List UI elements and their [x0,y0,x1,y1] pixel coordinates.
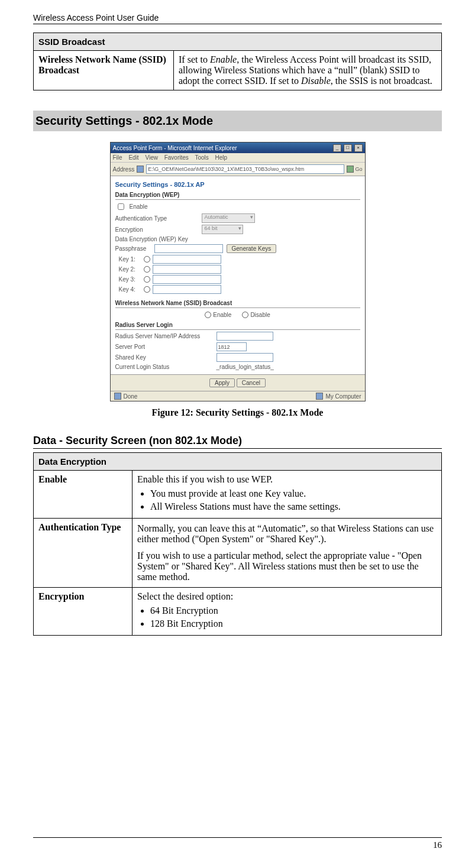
key2-input [153,265,221,274]
menu-edit: Edit [128,154,138,161]
menubar: File Edit View Favorites Tools Help [111,153,365,163]
ie-window: Access Point Form - Microsoft Internet E… [110,142,366,401]
address-label: Address [113,166,135,173]
login-status-label: Current Login Status [115,364,213,370]
auth-type-select: Automatic [202,213,255,223]
group-data-encryption: Data Encryption (WEP) [115,192,360,200]
menu-favorites: Favorites [164,154,189,161]
table1-row-label: Wireless Network Name (SSID) Broadcast [34,51,174,90]
login-status-value: _radius_login_status_ [217,364,274,370]
menu-help: Help [215,154,228,161]
key2-label: Key 2: [119,266,141,273]
figure-caption: Figure 12: Security Settings - 802.1x Mo… [33,407,442,418]
data-encryption-table: Data Encryption Enable Enable this if yo… [33,452,442,636]
auth-row-label: Authentication Type [34,519,133,588]
server-port-input [217,342,247,351]
running-header: Wireless Access Point User Guide [33,13,442,24]
table1-header: SSID Broadcast [34,33,442,51]
ssid-broadcast-table: SSID Broadcast Wireless Network Name (SS… [33,33,442,90]
key1-input [153,255,221,264]
ssid-enable-option: Enable [205,312,231,318]
radius-server-name-label: Radius Server Name/IP Address [115,333,213,339]
enable-label: Enable [130,203,148,210]
table-row: Wireless Network Name (SSID) Broadcast I… [34,51,442,90]
shared-key-label: Shared Key [115,354,213,361]
enc-row-label: Encryption [34,588,133,636]
address-input [146,164,344,174]
key2-radio [144,266,150,273]
key4-radio [144,286,150,293]
window-title-text: Access Point Form - Microsoft Internet E… [113,145,237,151]
data-security-heading: Data - Security Screen (non 802.1x Mode) [33,435,442,449]
go-button: Go [347,166,362,173]
key4-input [153,285,221,294]
page-icon [137,166,144,173]
group-ssid-broadcast: Wireless Network Name (SSID) Broadcast [115,300,360,308]
security-settings-heading: Security Settings - 802.1x Mode [33,111,442,131]
key3-label: Key 3: [119,276,141,283]
key3-input [153,275,221,284]
list-item: 128 Bit Encryption [150,618,437,629]
menu-file: File [113,154,122,161]
window-titlebar: Access Point Form - Microsoft Internet E… [111,142,365,153]
wep-key-label: Data Encryption (WEP) Key [115,236,188,242]
menu-tools: Tools [195,154,208,161]
go-icon [347,166,354,173]
list-item: You must provide at least one Key value. [150,488,437,499]
table-row: Authentication Type Normally, you can le… [34,519,442,588]
group-radius-login: Radius Server Login [115,322,360,330]
encryption-select: 64 bit [202,225,243,234]
radio-icon [242,312,248,318]
table1-row-desc: If set to Enable, the Wireless Access Po… [174,51,442,90]
minimize-icon: _ [333,144,341,152]
key1-radio [144,256,150,263]
close-icon: × [354,144,363,152]
shared-key-input [217,353,273,362]
table-row: Encryption Select the desired option: 64… [34,588,442,636]
enable-row-label: Enable [34,471,133,519]
auth-type-label: Authentication Type [115,215,198,222]
menu-view: View [145,154,158,161]
enable-checkbox [118,203,124,210]
list-item: 64 Bit Encryption [150,605,437,616]
done-icon [114,393,121,400]
server-port-label: Server Port [115,344,213,350]
enc-row-desc: Select the desired option: 64 Bit Encryp… [133,588,442,636]
radius-server-name-input [217,332,273,341]
key1-label: Key 1: [119,256,141,263]
cancel-button: Cancel [237,378,266,387]
status-done: Done [124,393,138,400]
enable-row-desc: Enable this if you wish to use WEP. You … [133,471,442,519]
page-footer: 16 [33,837,442,850]
key3-radio [144,276,150,283]
key4-label: Key 4: [119,286,141,293]
passphrase-label: Passphrase [115,245,151,252]
generate-keys-button: Generate Keys [227,244,277,253]
zone-icon [316,393,323,400]
auth-row-desc: Normally, you can leave this at “Automat… [133,519,442,588]
table2-header: Data Encryption [34,453,442,471]
page-number: 16 [433,840,442,850]
encryption-label: Encryption [115,226,198,233]
passphrase-input [154,244,223,253]
radio-icon [205,312,211,318]
screenshot-figure: Access Point Form - Microsoft Internet E… [33,142,442,401]
apply-button: Apply [209,378,235,387]
list-item: All Wireless Stations must have the same… [150,501,437,512]
form-title: Security Settings - 802.1x AP [115,181,360,188]
status-zone: My Computer [325,393,361,400]
ssid-disable-option: Disable [242,312,270,318]
maximize-icon: □ [344,144,352,152]
table-row: Enable Enable this if you wish to use WE… [34,471,442,519]
